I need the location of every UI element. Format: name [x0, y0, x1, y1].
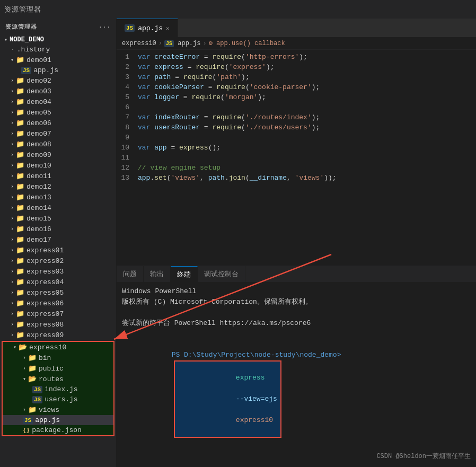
chevron-right-icon: ›	[11, 120, 14, 126]
tab-problems[interactable]: 问题	[117, 266, 144, 282]
sidebar-item-express07[interactable]: ›📁express07	[0, 309, 116, 319]
indexjs-label: index.js	[45, 385, 77, 393]
sidebar-dots-icon[interactable]: ···	[99, 24, 111, 30]
sidebar-item-demo06[interactable]: ›📁demo06	[0, 118, 116, 128]
sidebar-item-express01[interactable]: ›📁express01	[0, 245, 116, 255]
sidebar-item-demo04[interactable]: ›📁demo04	[0, 96, 116, 107]
sidebar-root-node-demo[interactable]: ▾ NODE_DEMO	[0, 35, 116, 45]
label: express02	[27, 257, 64, 265]
breadcrumb: express10 › JS app.js › ⚙ app.use() call…	[117, 37, 476, 50]
tab-output[interactable]: 输出	[144, 266, 171, 282]
sidebar-item-usersjs[interactable]: JS users.js	[3, 394, 113, 404]
sidebar-item-packagejson[interactable]: {} package.json	[3, 425, 113, 435]
sidebar-item-demo10[interactable]: ›📁demo10	[0, 160, 116, 171]
breadcrumb-sep2: ›	[202, 40, 206, 47]
folder-icon: 📁	[16, 267, 24, 276]
chevron-right-icon: ›	[11, 89, 14, 94]
bin-label: bin	[39, 354, 51, 362]
code-line-4: 4 var cookieParser = require('cookie-par…	[117, 82, 476, 92]
label: express04	[27, 278, 64, 286]
chevron-right-icon: ›	[11, 184, 14, 190]
code-line-11: 11	[117, 153, 476, 163]
code-editor: 1 var createError = require('http-errors…	[117, 50, 476, 266]
terminal-line-2: 版权所有 (C) Microsoft Corporation。保留所有权利。	[122, 297, 471, 307]
folder-open-icon: 📂	[19, 343, 27, 351]
sidebar-item-demo13[interactable]: ›📁demo13	[0, 192, 116, 202]
sidebar-item-express04[interactable]: ›📁express04	[0, 277, 116, 287]
sidebar-item-demo16[interactable]: ›📁demo16	[0, 224, 116, 234]
top-bar: 资源管理器	[0, 0, 476, 19]
label: express03	[27, 268, 64, 276]
sidebar-item-demo07[interactable]: ›📁demo07	[0, 128, 116, 139]
js-file-icon: JS	[32, 396, 42, 403]
cmd-arg: express10	[236, 416, 273, 424]
code-line-5: 5 var logger = require('morgan');	[117, 92, 476, 102]
tab-terminal[interactable]: 终端	[171, 266, 198, 282]
sidebar-item-express02[interactable]: ›📁express02	[0, 255, 116, 266]
sidebar-item-routes[interactable]: ▾ 📂 routes	[3, 374, 113, 384]
sidebar-item-demo09[interactable]: ›📁demo09	[0, 149, 116, 160]
label: demo06	[27, 119, 51, 127]
folder-icon: 📁	[16, 310, 24, 318]
sidebar-item-demo17[interactable]: ›📁demo17	[0, 234, 116, 245]
label: demo03	[27, 87, 51, 95]
chevron-down-icon: ▾	[4, 37, 7, 43]
sidebar-item-demo11[interactable]: ›📁demo11	[0, 171, 116, 181]
cmd-space	[236, 384, 240, 392]
sidebar-item-appjs-demo01[interactable]: JS app.js	[0, 65, 116, 75]
folder-icon: 📁	[16, 288, 24, 297]
label: demo02	[27, 77, 51, 85]
cmd-space2	[236, 406, 240, 413]
routes-label: routes	[39, 375, 64, 383]
label: demo12	[27, 183, 51, 191]
chevron-right-icon: ›	[23, 407, 26, 413]
sidebar-item-indexjs[interactable]: JS index.js	[3, 384, 113, 394]
sidebar-item-express08[interactable]: ›📁express08	[0, 319, 116, 330]
tab-bar: JS app.js ✕	[117, 19, 476, 37]
label: demo11	[27, 172, 51, 180]
folder-open-icon: 📂	[28, 375, 37, 383]
sidebar-item-demo12[interactable]: ›📁demo12	[0, 181, 116, 192]
terminal-path: PS D:\Study\Project\node-study\node_demo…	[172, 351, 341, 359]
sidebar-item-demo08[interactable]: ›📁demo08	[0, 139, 116, 149]
sidebar-item-demo02[interactable]: ›📁demo02	[0, 75, 116, 86]
folder-icon: 📁	[28, 364, 37, 373]
editor-area: JS app.js ✕ express10 › JS app.js › ⚙ ap…	[117, 19, 476, 467]
sidebar-item-demo14[interactable]: ›📁demo14	[0, 202, 116, 213]
label: express01	[27, 246, 64, 254]
sidebar-item-bin[interactable]: › 📁 bin	[3, 353, 113, 363]
sidebar-item-history[interactable]: · .history	[0, 45, 116, 55]
js-file-icon: JS	[21, 67, 31, 74]
cmd-express: express	[236, 374, 265, 382]
sidebar-item-express03[interactable]: ›📁express03	[0, 266, 116, 277]
sidebar-item-demo15[interactable]: ›📁demo15	[0, 213, 116, 224]
sidebar-item-demo05[interactable]: ›📁demo05	[0, 107, 116, 118]
sidebar-item-express05[interactable]: ›📁express05	[0, 287, 116, 298]
tab-close-icon[interactable]: ✕	[166, 25, 170, 32]
sidebar-item-public[interactable]: › 📁 public	[3, 363, 113, 374]
folder-icon: 📁	[16, 161, 24, 170]
sidebar-item-demo01[interactable]: ▾ 📁 demo01	[0, 55, 116, 65]
sidebar-item-views[interactable]: › 📁 views	[3, 404, 113, 415]
label: demo13	[27, 193, 51, 201]
code-line-7: 7 var indexRouter = require('./routes/in…	[117, 112, 476, 122]
chevron-right-icon: ›	[11, 237, 14, 243]
tab-debug-console[interactable]: 调试控制台	[198, 266, 245, 282]
sidebar-item-express06[interactable]: ›📁express06	[0, 298, 116, 309]
folder-icon: 📁	[16, 299, 24, 307]
folder-icon: 📁	[16, 129, 24, 138]
terminal-line-1: Windows PowerShell	[122, 286, 471, 297]
js-file-icon: JS	[23, 417, 33, 424]
chevron-right-icon: ›	[11, 332, 14, 338]
breadcrumb-appjs: JS app.js	[164, 40, 200, 47]
history-label: .history	[17, 46, 50, 54]
sidebar-item-express09[interactable]: ›📁express09	[0, 330, 116, 340]
folder-icon: 📁	[16, 182, 24, 191]
chevron-right-icon: ›	[11, 226, 14, 232]
csdn-watermark: CSDN @Sheldon一蓑烟雨任平生	[376, 452, 471, 461]
tab-appjs[interactable]: JS app.js ✕	[117, 19, 178, 37]
sidebar-item-appjs-10[interactable]: JS app.js	[3, 415, 113, 425]
label: express06	[27, 299, 64, 307]
sidebar-item-express10[interactable]: ▾ 📂 express10	[3, 342, 113, 353]
sidebar-item-demo03[interactable]: ›📁demo03	[0, 86, 116, 96]
